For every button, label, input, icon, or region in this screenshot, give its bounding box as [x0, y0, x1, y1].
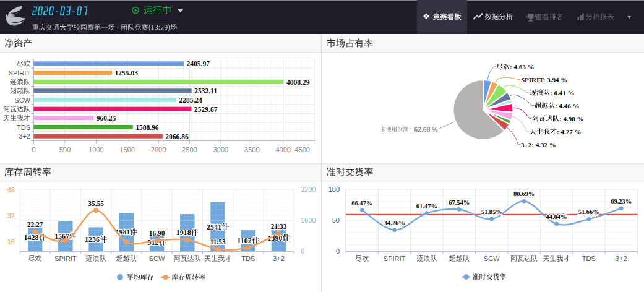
- svg-text:4000: 4000: [275, 146, 290, 153]
- svg-text:0: 0: [301, 247, 304, 255]
- svg-text:1255.03: 1255.03: [115, 69, 139, 77]
- svg-text:3000: 3000: [213, 146, 228, 153]
- svg-text:SPIRIT: SPIRIT: [9, 69, 31, 77]
- svg-text:1102: 1102: [237, 236, 251, 245]
- svg-text:0: 0: [336, 247, 340, 255]
- svg-text:SCW: SCW: [14, 97, 30, 104]
- svg-text:16: 16: [7, 238, 15, 246]
- svg-text:TDS: TDS: [241, 255, 255, 262]
- svg-text:3+2: 3+2: [273, 255, 285, 262]
- svg-text:3200: 3200: [301, 186, 316, 193]
- svg-text:SCW: SCW: [149, 255, 165, 262]
- svg-text:2500: 2500: [182, 146, 197, 153]
- svg-text:3+2: 3+2: [19, 132, 30, 140]
- svg-text:TDS: TDS: [17, 124, 30, 131]
- svg-text:: 4.98 %: : 4.98 %: [559, 115, 583, 122]
- svg-text:62.68 %: 62.68 %: [414, 126, 438, 133]
- svg-text:2529.67: 2529.67: [194, 106, 218, 113]
- svg-text:: 4.46 %: : 4.46 %: [555, 102, 579, 110]
- svg-text:960.25: 960.25: [97, 114, 116, 122]
- svg-text:61.47%: 61.47%: [416, 203, 437, 210]
- svg-text:0: 0: [32, 146, 35, 153]
- svg-text:: 4.63 %: : 4.63 %: [510, 63, 534, 71]
- svg-text:34.26%: 34.26%: [384, 220, 405, 226]
- svg-text:11.53: 11.53: [210, 238, 225, 246]
- svg-text:4500: 4500: [295, 146, 310, 153]
- svg-text:2285.24: 2285.24: [179, 97, 202, 104]
- svg-text:2000: 2000: [151, 146, 166, 153]
- svg-text:SCW: SCW: [484, 255, 500, 262]
- svg-text:TDS: TDS: [582, 255, 596, 262]
- svg-text:48: 48: [7, 186, 15, 194]
- svg-text:50: 50: [332, 217, 340, 224]
- svg-text:51.85%: 51.85%: [481, 208, 502, 215]
- svg-text:1000: 1000: [88, 146, 103, 153]
- svg-text:: 4.27 %: : 4.27 %: [557, 128, 581, 135]
- svg-text:100: 100: [328, 186, 340, 193]
- svg-text:3500: 3500: [244, 146, 259, 153]
- svg-text:80.69%: 80.69%: [513, 191, 535, 197]
- svg-text:4008.29: 4008.29: [286, 79, 310, 86]
- svg-text:66.47%: 66.47%: [351, 200, 372, 207]
- svg-text:2405.97: 2405.97: [187, 60, 210, 67]
- svg-text:500: 500: [59, 146, 71, 153]
- svg-text:67.54%: 67.54%: [449, 199, 470, 206]
- svg-text:51.66%: 51.66%: [578, 208, 599, 215]
- svg-text:22.27: 22.27: [27, 221, 43, 228]
- svg-text:1428: 1428: [24, 233, 39, 242]
- svg-text:SPIRIT: SPIRIT: [54, 255, 77, 262]
- svg-text:: 6.41 %: : 6.41 %: [550, 89, 574, 97]
- svg-text:35.55: 35.55: [88, 200, 104, 207]
- svg-text:21.33: 21.33: [271, 223, 287, 230]
- svg-text:2541: 2541: [207, 223, 221, 231]
- svg-text:3+2: 3+2: [616, 255, 627, 262]
- svg-text:1500: 1500: [119, 146, 134, 153]
- svg-text:SPIRIT: SPIRIT: [384, 255, 406, 262]
- svg-text:1588.96: 1588.96: [135, 124, 159, 131]
- svg-text:1600: 1600: [301, 217, 316, 224]
- svg-text:1236: 1236: [85, 235, 100, 244]
- svg-text:32: 32: [7, 212, 15, 220]
- svg-text:2532.11: 2532.11: [194, 87, 217, 95]
- svg-text:69.23%: 69.23%: [611, 198, 632, 205]
- svg-text:SPIRIT: 3.94 %: SPIRIT: 3.94 %: [521, 76, 567, 84]
- svg-text:16.90: 16.90: [149, 230, 165, 237]
- svg-text:2066.86: 2066.86: [165, 133, 189, 140]
- svg-text:44.04%: 44.04%: [546, 213, 567, 220]
- svg-text:1918: 1918: [176, 228, 191, 237]
- svg-text:3+2: 4.32 %: 3+2: 4.32 %: [521, 141, 556, 148]
